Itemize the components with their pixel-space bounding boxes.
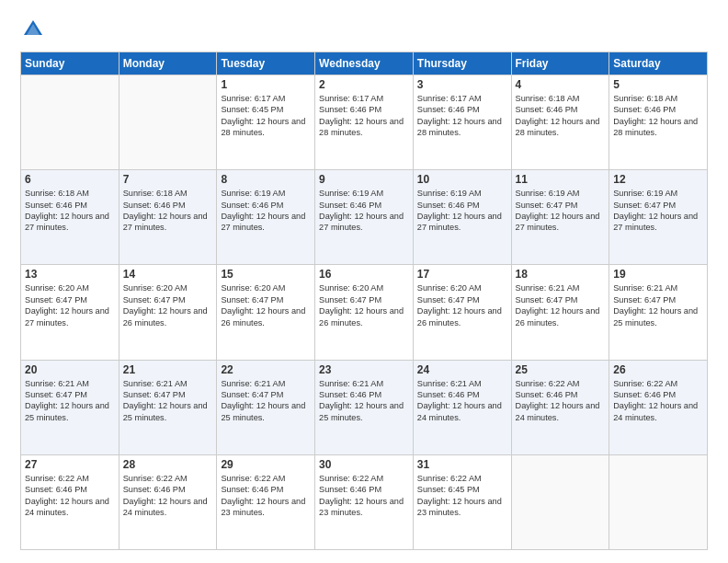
calendar-cell: 4Sunrise: 6:18 AMSunset: 6:46 PMDaylight…	[511, 75, 609, 170]
day-number: 12	[613, 173, 703, 186]
calendar-cell	[609, 454, 708, 549]
day-number: 3	[417, 78, 507, 91]
logo	[20, 17, 50, 42]
day-info: Sunrise: 6:19 AMSunset: 6:46 PMDaylight:…	[221, 188, 311, 234]
calendar-cell: 5Sunrise: 6:18 AMSunset: 6:46 PMDaylight…	[609, 75, 708, 170]
day-number: 11	[516, 173, 606, 186]
day-number: 29	[221, 458, 311, 471]
day-number: 4	[516, 78, 606, 91]
day-info: Sunrise: 6:22 AMSunset: 6:46 PMDaylight:…	[221, 473, 311, 519]
day-number: 22	[221, 363, 311, 376]
day-number: 5	[613, 78, 703, 91]
day-info: Sunrise: 6:18 AMSunset: 6:46 PMDaylight:…	[613, 93, 703, 139]
calendar-cell: 16Sunrise: 6:20 AMSunset: 6:47 PMDayligh…	[315, 265, 414, 360]
week-row-3: 13Sunrise: 6:20 AMSunset: 6:47 PMDayligh…	[21, 265, 708, 360]
day-header-monday: Monday	[119, 52, 217, 75]
day-number: 6	[25, 173, 115, 186]
day-number: 16	[319, 268, 409, 281]
calendar-cell: 6Sunrise: 6:18 AMSunset: 6:46 PMDaylight…	[21, 170, 119, 265]
logo-icon	[20, 17, 46, 42]
day-number: 9	[319, 173, 409, 186]
day-info: Sunrise: 6:21 AMSunset: 6:47 PMDaylight:…	[25, 378, 115, 424]
day-info: Sunrise: 6:19 AMSunset: 6:46 PMDaylight:…	[319, 188, 409, 234]
day-info: Sunrise: 6:19 AMSunset: 6:47 PMDaylight:…	[516, 188, 606, 234]
day-number: 31	[417, 458, 507, 471]
day-info: Sunrise: 6:22 AMSunset: 6:46 PMDaylight:…	[25, 473, 115, 519]
day-number: 26	[613, 363, 703, 376]
day-info: Sunrise: 6:20 AMSunset: 6:47 PMDaylight:…	[123, 282, 213, 328]
day-header-thursday: Thursday	[413, 52, 511, 75]
header	[20, 17, 708, 42]
calendar-cell: 30Sunrise: 6:22 AMSunset: 6:46 PMDayligh…	[315, 454, 414, 549]
day-number: 23	[319, 363, 409, 376]
day-info: Sunrise: 6:18 AMSunset: 6:46 PMDaylight:…	[25, 188, 115, 234]
calendar-cell	[21, 75, 119, 170]
day-number: 1	[221, 78, 311, 91]
day-header-sunday: Sunday	[21, 52, 119, 75]
calendar-cell: 8Sunrise: 6:19 AMSunset: 6:46 PMDaylight…	[217, 170, 315, 265]
page: SundayMondayTuesdayWednesdayThursdayFrid…	[0, 0, 728, 563]
week-row-5: 27Sunrise: 6:22 AMSunset: 6:46 PMDayligh…	[21, 454, 708, 549]
day-info: Sunrise: 6:20 AMSunset: 6:47 PMDaylight:…	[25, 282, 115, 328]
day-info: Sunrise: 6:21 AMSunset: 6:47 PMDaylight:…	[613, 282, 703, 328]
calendar-cell: 11Sunrise: 6:19 AMSunset: 6:47 PMDayligh…	[511, 170, 609, 265]
day-number: 19	[613, 268, 703, 281]
week-row-4: 20Sunrise: 6:21 AMSunset: 6:47 PMDayligh…	[21, 360, 708, 454]
calendar-cell: 27Sunrise: 6:22 AMSunset: 6:46 PMDayligh…	[21, 454, 119, 549]
day-number: 30	[319, 458, 409, 471]
day-number: 10	[417, 173, 507, 186]
calendar-cell: 13Sunrise: 6:20 AMSunset: 6:47 PMDayligh…	[21, 265, 119, 360]
day-number: 8	[221, 173, 311, 186]
calendar-cell: 24Sunrise: 6:21 AMSunset: 6:46 PMDayligh…	[413, 360, 511, 454]
calendar-cell: 17Sunrise: 6:20 AMSunset: 6:47 PMDayligh…	[413, 265, 511, 360]
day-header-wednesday: Wednesday	[315, 52, 414, 75]
day-info: Sunrise: 6:17 AMSunset: 6:46 PMDaylight:…	[319, 93, 409, 139]
day-info: Sunrise: 6:19 AMSunset: 6:47 PMDaylight:…	[613, 188, 703, 234]
day-info: Sunrise: 6:22 AMSunset: 6:45 PMDaylight:…	[417, 473, 507, 519]
day-info: Sunrise: 6:21 AMSunset: 6:47 PMDaylight:…	[123, 378, 213, 424]
day-number: 18	[516, 268, 606, 281]
day-info: Sunrise: 6:19 AMSunset: 6:46 PMDaylight:…	[417, 188, 507, 234]
day-info: Sunrise: 6:22 AMSunset: 6:46 PMDaylight:…	[319, 473, 409, 519]
calendar-table: SundayMondayTuesdayWednesdayThursdayFrid…	[20, 52, 708, 550]
day-number: 13	[25, 268, 115, 281]
calendar-header-row: SundayMondayTuesdayWednesdayThursdayFrid…	[21, 52, 708, 75]
day-info: Sunrise: 6:21 AMSunset: 6:46 PMDaylight:…	[417, 378, 507, 424]
day-number: 28	[123, 458, 213, 471]
calendar-cell: 2Sunrise: 6:17 AMSunset: 6:46 PMDaylight…	[315, 75, 414, 170]
calendar-cell: 14Sunrise: 6:20 AMSunset: 6:47 PMDayligh…	[119, 265, 217, 360]
day-number: 17	[417, 268, 507, 281]
day-info: Sunrise: 6:21 AMSunset: 6:47 PMDaylight:…	[221, 378, 311, 424]
calendar-cell: 22Sunrise: 6:21 AMSunset: 6:47 PMDayligh…	[217, 360, 315, 454]
calendar-cell: 26Sunrise: 6:22 AMSunset: 6:46 PMDayligh…	[609, 360, 708, 454]
day-info: Sunrise: 6:22 AMSunset: 6:46 PMDaylight:…	[613, 378, 703, 424]
calendar-cell: 21Sunrise: 6:21 AMSunset: 6:47 PMDayligh…	[119, 360, 217, 454]
calendar-cell: 1Sunrise: 6:17 AMSunset: 6:45 PMDaylight…	[217, 75, 315, 170]
day-number: 24	[417, 363, 507, 376]
day-number: 20	[25, 363, 115, 376]
calendar-cell	[511, 454, 609, 549]
day-number: 15	[221, 268, 311, 281]
calendar-cell: 23Sunrise: 6:21 AMSunset: 6:46 PMDayligh…	[315, 360, 414, 454]
calendar-cell: 25Sunrise: 6:22 AMSunset: 6:46 PMDayligh…	[511, 360, 609, 454]
day-number: 7	[123, 173, 213, 186]
calendar-cell: 28Sunrise: 6:22 AMSunset: 6:46 PMDayligh…	[119, 454, 217, 549]
day-info: Sunrise: 6:17 AMSunset: 6:46 PMDaylight:…	[417, 93, 507, 139]
day-info: Sunrise: 6:20 AMSunset: 6:47 PMDaylight:…	[221, 282, 311, 328]
week-row-1: 1Sunrise: 6:17 AMSunset: 6:45 PMDaylight…	[21, 75, 708, 170]
day-info: Sunrise: 6:18 AMSunset: 6:46 PMDaylight:…	[516, 93, 606, 139]
day-number: 2	[319, 78, 409, 91]
day-info: Sunrise: 6:21 AMSunset: 6:46 PMDaylight:…	[319, 378, 409, 424]
day-header-saturday: Saturday	[609, 52, 708, 75]
calendar-cell: 9Sunrise: 6:19 AMSunset: 6:46 PMDaylight…	[315, 170, 414, 265]
day-info: Sunrise: 6:22 AMSunset: 6:46 PMDaylight:…	[516, 378, 606, 424]
day-number: 27	[25, 458, 115, 471]
calendar-cell: 19Sunrise: 6:21 AMSunset: 6:47 PMDayligh…	[609, 265, 708, 360]
day-number: 25	[516, 363, 606, 376]
day-info: Sunrise: 6:20 AMSunset: 6:47 PMDaylight:…	[417, 282, 507, 328]
week-row-2: 6Sunrise: 6:18 AMSunset: 6:46 PMDaylight…	[21, 170, 708, 265]
calendar-cell: 3Sunrise: 6:17 AMSunset: 6:46 PMDaylight…	[413, 75, 511, 170]
day-number: 21	[123, 363, 213, 376]
calendar-cell: 31Sunrise: 6:22 AMSunset: 6:45 PMDayligh…	[413, 454, 511, 549]
day-info: Sunrise: 6:17 AMSunset: 6:45 PMDaylight:…	[221, 93, 311, 139]
